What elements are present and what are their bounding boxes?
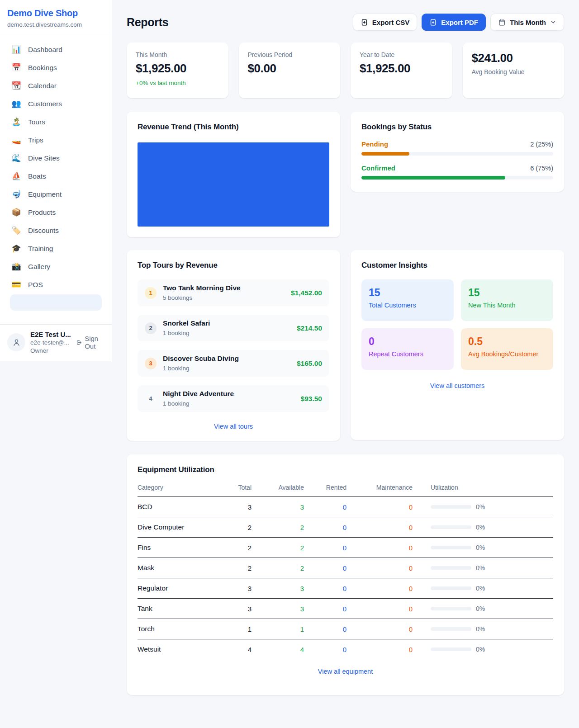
utilization-track [431,546,471,549]
stat-card-avg-booking-value: $241.00 Avg Booking Value [463,43,565,98]
cell-utilization: 0% [413,585,553,592]
tile-total-customers: 15 Total Customers [361,279,454,321]
col-utilization: Utilization [413,484,553,491]
rank-badge: 1 [145,287,157,299]
tour-row: 1 Two Tank Morning Dive 5 bookings $1,45… [138,279,329,306]
user-name: E2E Test U... [30,330,71,339]
sidebar-item-equipment[interactable]: 🤿Equipment [5,185,106,203]
stat-label: Avg Booking Value [472,68,555,76]
cell-utilization: 0% [413,646,553,653]
sidebar-item-bookings[interactable]: 📅Bookings [5,59,106,76]
utilization-track [431,566,471,570]
tour-bookings: 5 bookings [163,293,241,303]
sidebar-item-label: Customers [28,99,62,108]
sidebar-item-trips[interactable]: 🚤Trips [5,131,106,149]
progress-track [361,176,553,180]
period-dropdown[interactable]: This Month [490,14,564,31]
view-all-customers-link[interactable]: View all customers [361,382,553,389]
cell-utilization: 0% [413,625,553,633]
utilization-text: 0% [476,503,485,511]
col-total: Total [214,484,252,491]
utilization-track [431,627,471,631]
export-pdf-button[interactable]: Export PDF [422,14,486,31]
bookings-by-status-card: Bookings by Status Pending 2 (25%) Confi… [351,112,564,192]
tour-name: Snorkel Safari [163,318,210,328]
tour-revenue: $1,452.00 [291,289,322,297]
sidebar-item-training[interactable]: 🎓Training [5,240,106,257]
sidebar-item-label: Gallery [28,262,50,271]
export-csv-button[interactable]: Export CSV [353,14,418,31]
tile-repeat-customers: 0 Repeat Customers [361,328,454,370]
cell-utilization: 0% [413,564,553,572]
person-icon [12,338,21,347]
stat-value: $1,925.00 [136,61,219,76]
sidebar-item-gallery[interactable]: 📸Gallery [5,258,106,275]
sidebar-item-dive-sites[interactable]: 🌊Dive Sites [5,149,106,167]
tour-bookings: 1 booking [163,364,239,373]
cell-maintenance: 0 [346,524,413,531]
view-all-equipment-link[interactable]: View all equipment [138,668,553,675]
sidebar-item-calendar[interactable]: 📆Calendar [5,77,106,95]
bookings-icon: 📅 [11,63,22,72]
sign-out-button[interactable]: Sign Out [76,335,105,350]
progress-fill [361,152,409,156]
cell-available: 3 [252,585,304,592]
cell-utilization: 0% [413,503,553,511]
status-value: 2 (25%) [530,141,553,148]
sign-out-label: Sign Out [85,335,105,350]
cell-category: Mask [138,564,214,572]
cell-maintenance: 0 [346,544,413,552]
stat-value: $0.00 [248,61,332,76]
sidebar-item-dashboard[interactable]: 📊Dashboard [5,41,106,58]
utilization-text: 0% [476,564,485,572]
cell-maintenance: 0 [346,646,413,653]
cell-category: BCD [138,503,214,511]
sidebar-item-partial[interactable] [10,294,102,311]
revenue-trend-title: Revenue Trend (This Month) [138,123,329,132]
sidebar-item-tours[interactable]: 🏝️Tours [5,113,106,131]
utilization-track [431,525,471,529]
sidebar-item-products[interactable]: 📦Products [5,203,106,221]
sidebar-item-pos[interactable]: 💳POS [5,276,106,293]
utilization-text: 0% [476,625,485,633]
calendar-icon: 📆 [11,81,22,90]
cell-rented: 0 [304,503,346,511]
stat-card-year-to-date: Year to Date $1,925.00 [351,43,452,98]
sidebar-item-customers[interactable]: 👥Customers [5,95,106,113]
cell-total: 2 [214,564,252,572]
progress-track [361,152,553,156]
file-download-icon [361,19,368,26]
stat-label: This Month [136,51,219,58]
tour-name: Discover Scuba Diving [163,354,239,364]
sidebar-item-label: POS [28,280,43,289]
sidebar-user-footer: E2E Test U... e2e-tester@... Owner Sign … [0,324,112,361]
utilization-text: 0% [476,646,485,653]
discounts-icon: 🏷️ [11,226,22,235]
stat-card-previous-period: Previous Period $0.00 [239,43,341,98]
rank-badge: 3 [145,358,157,369]
dashboard-icon: 📊 [11,45,22,54]
view-all-tours-link[interactable]: View all tours [138,423,329,430]
sidebar-item-boats[interactable]: ⛵Boats [5,167,106,185]
cell-category: Dive Computer [138,523,214,531]
tile-avg-bookings: 0.5 Avg Bookings/Customer [461,328,553,370]
stat-delta: +0% vs last month [136,80,219,86]
tile-label: Repeat Customers [369,350,446,358]
cell-available: 4 [252,646,304,653]
customer-insights-card: Customer Insights 15 Total Customers 15 … [351,250,564,440]
tile-value: 0.5 [468,336,546,348]
export-pdf-label: Export PDF [441,19,478,26]
sidebar-item-discounts[interactable]: 🏷️Discounts [5,222,106,239]
cell-category: Regulator [138,584,214,592]
cell-available: 2 [252,544,304,552]
cell-category: Wetsuit [138,645,214,653]
utilization-track [431,607,471,610]
sidebar: Demo Dive Shop demo.test.divestreams.com… [0,0,112,361]
col-category: Category [138,484,214,491]
customer-insights-title: Customer Insights [361,261,553,270]
stat-card-this-month: This Month $1,925.00 +0% vs last month [127,43,228,98]
tour-row: 4 Night Dive Adventure 1 booking $93.50 [138,385,329,412]
equipment-utilization-card: Equipment Utilization Category Total Ava… [127,454,564,695]
pos-icon: 💳 [11,280,22,289]
calendar-icon [498,19,506,26]
